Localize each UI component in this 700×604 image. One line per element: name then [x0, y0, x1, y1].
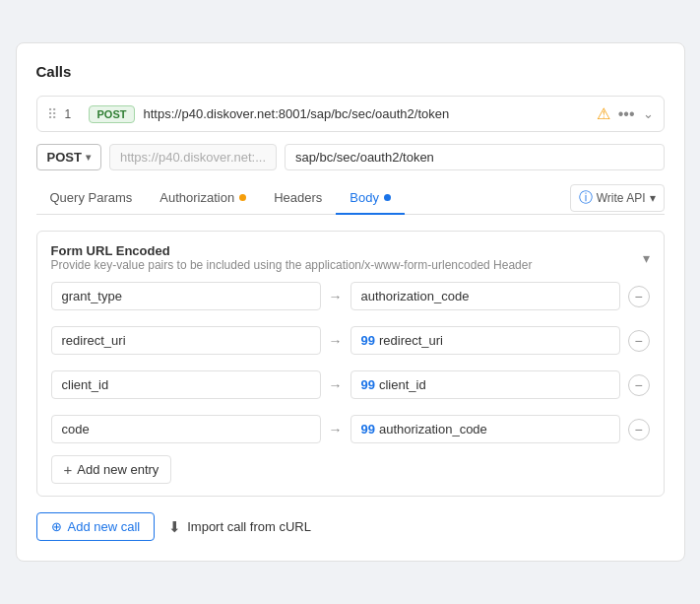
method-label: POST — [47, 150, 82, 165]
add-entry-label: Add new entry — [77, 462, 159, 477]
tab-body-label: Body — [350, 190, 379, 205]
arrow-icon: → — [329, 422, 343, 437]
footer-bar: ⊕ Add new call ⬇ Import call from cURL — [36, 512, 665, 541]
method-caret-icon: ▾ — [86, 152, 91, 163]
value-text: authorization_code — [379, 422, 487, 436]
tab-authorization[interactable]: Authorization — [146, 182, 260, 215]
call-number: 1 — [65, 107, 81, 121]
form-url-collapse-icon[interactable]: ▾ — [643, 250, 650, 266]
call-row: ⠿ 1 POST https://p40.diskover.net:8001/s… — [36, 96, 665, 132]
card-title: Calls — [36, 63, 665, 80]
add-call-button[interactable]: ⊕ Add new call — [36, 512, 156, 541]
value-text: redirect_uri — [379, 333, 443, 348]
quote-icon: 99 — [361, 423, 375, 436]
chevron-down-icon[interactable]: ⌄ — [643, 106, 654, 121]
key-input[interactable] — [51, 370, 321, 399]
form-url-info: Form URL Encoded Provide key-value pairs… — [51, 243, 533, 272]
form-row: → 99 authorization_code − — [51, 415, 650, 443]
value-wrapper: 99 client_id — [350, 370, 620, 399]
arrow-icon: → — [329, 289, 343, 304]
remove-row-button[interactable]: − — [628, 330, 650, 352]
key-input[interactable] — [51, 326, 321, 355]
form-url-section: Form URL Encoded Provide key-value pairs… — [36, 231, 665, 497]
plus-icon: + — [64, 461, 73, 478]
info-icon: ⓘ — [579, 189, 593, 207]
method-badge: POST — [89, 105, 136, 123]
add-entry-button[interactable]: + Add new entry — [51, 455, 172, 484]
form-url-description: Provide key-value pairs to be included u… — [51, 258, 533, 272]
drag-handle-icon[interactable]: ⠿ — [47, 106, 57, 122]
value-wrapper: 99 authorization_code — [350, 415, 620, 443]
tab-headers[interactable]: Headers — [260, 182, 336, 215]
form-row: → 99 client_id − — [51, 370, 650, 399]
add-call-label: Add new call — [68, 519, 141, 534]
value-wrapper: authorization_code — [350, 282, 620, 310]
quote-icon: 99 — [361, 378, 375, 391]
tab-query-params-label: Query Params — [50, 190, 133, 205]
tab-query-params[interactable]: Query Params — [36, 182, 147, 215]
request-bar: POST ▾ https://p40.diskover.net:... — [36, 144, 665, 170]
arrow-icon: → — [329, 377, 343, 393]
import-icon: ⬇ — [168, 518, 181, 536]
import-curl-label: Import call from cURL — [187, 519, 311, 534]
remove-row-button[interactable]: − — [628, 286, 650, 307]
form-rows-container: → authorization_code − → 99 redirect_uri… — [51, 282, 650, 451]
form-row: → 99 redirect_uri − — [51, 326, 650, 355]
tabs-bar: Query Params Authorization Headers Body … — [36, 182, 665, 215]
arrow-icon: → — [329, 333, 343, 349]
value-wrapper: 99 redirect_uri — [350, 326, 620, 355]
write-api-caret-icon: ▾ — [650, 191, 656, 205]
write-api-label: Write API — [597, 191, 646, 205]
remove-row-button[interactable]: − — [628, 374, 650, 396]
form-url-header: Form URL Encoded Provide key-value pairs… — [51, 243, 650, 272]
url-base: https://p40.diskover.net:... — [109, 144, 277, 170]
form-url-title: Form URL Encoded — [51, 243, 533, 258]
tab-authorization-label: Authorization — [159, 190, 234, 205]
write-api-button[interactable]: ⓘ Write API ▾ — [570, 184, 665, 212]
call-url: https://p40.diskover.net:8001/sap/bc/sec… — [143, 106, 588, 121]
calls-card: Calls ⠿ 1 POST https://p40.diskover.net:… — [16, 42, 685, 562]
warning-icon: ⚠ — [597, 104, 610, 123]
tab-headers-label: Headers — [274, 190, 322, 205]
quote-icon: 99 — [361, 334, 375, 347]
authorization-dot-icon — [239, 194, 246, 201]
remove-row-button[interactable]: − — [628, 419, 650, 440]
value-text: authorization_code — [361, 289, 470, 303]
body-dot-icon — [384, 194, 391, 201]
url-path-input[interactable] — [285, 144, 665, 170]
import-curl-button[interactable]: ⬇ Import call from cURL — [168, 518, 311, 536]
method-select[interactable]: POST ▾ — [36, 144, 101, 170]
key-input[interactable] — [51, 415, 321, 443]
add-call-circle-icon: ⊕ — [51, 519, 62, 534]
value-text: client_id — [379, 377, 426, 392]
tab-body[interactable]: Body — [336, 182, 405, 215]
more-options-icon[interactable]: ••• — [618, 105, 635, 123]
key-input[interactable] — [51, 282, 321, 310]
form-row: → authorization_code − — [51, 282, 650, 310]
